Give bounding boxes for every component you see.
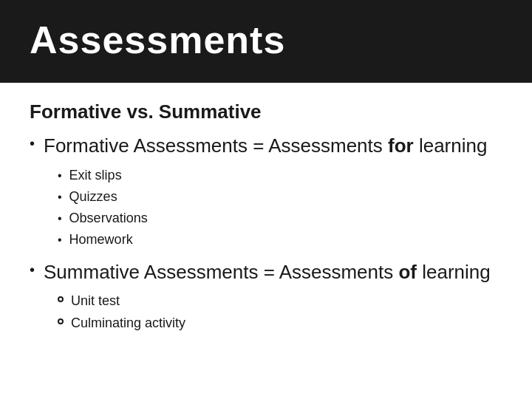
main-bullet-1: • Formative Assessments = Assessments fo… bbox=[30, 134, 502, 159]
bullet-text-2: Summative Assessments = Assessments of l… bbox=[44, 260, 491, 285]
sub-bullet-icon: • bbox=[58, 232, 62, 248]
list-item: Unit test bbox=[58, 292, 502, 310]
circle-bullet-icon bbox=[58, 318, 64, 324]
sub-list-2: Unit test Culminating activity bbox=[58, 292, 502, 332]
list-item: • Quizzes bbox=[58, 188, 502, 206]
sub-item-label: Exit slips bbox=[69, 166, 122, 185]
main-content: Formative vs. Summative • Formative Asse… bbox=[0, 83, 532, 350]
bullet1-prefix: Formative Assessments = Assessments bbox=[44, 134, 388, 157]
sub-item-label: Observations bbox=[69, 209, 148, 228]
bullet2-bold: of bbox=[398, 261, 417, 283]
sub-item-label: Culminating activity bbox=[71, 314, 185, 332]
list-item: • Observations bbox=[58, 209, 502, 228]
bullet2-suffix: learning bbox=[417, 261, 491, 283]
bullet-dot-1: • bbox=[30, 135, 35, 152]
circle-bullet-icon bbox=[58, 296, 64, 302]
sub-bullet-icon: • bbox=[58, 168, 62, 184]
list-item: Culminating activity bbox=[58, 314, 502, 332]
bullet1-suffix: learning bbox=[414, 134, 488, 157]
list-item: • Exit slips bbox=[58, 166, 502, 185]
sub-item-label: Unit test bbox=[71, 292, 120, 310]
section-title: Formative vs. Summative bbox=[30, 100, 502, 123]
list-item: • Homework bbox=[58, 231, 502, 249]
sub-list-1: • Exit slips • Quizzes • Observations • … bbox=[58, 166, 502, 250]
bullet-dot-2: • bbox=[30, 262, 35, 279]
sub-bullet-icon: • bbox=[58, 211, 62, 227]
page-title: Assessments bbox=[30, 18, 502, 62]
bullet1-bold: for bbox=[388, 134, 414, 157]
bullet-text-1: Formative Assessments = Assessments for … bbox=[44, 134, 487, 159]
bullet2-prefix: Summative Assessments = Assessments bbox=[44, 261, 398, 283]
header-section: Assessments bbox=[0, 0, 532, 83]
sub-bullet-icon: • bbox=[58, 189, 62, 205]
sub-item-label: Quizzes bbox=[69, 188, 117, 206]
sub-item-label: Homework bbox=[69, 231, 133, 249]
main-bullet-2: • Summative Assessments = Assessments of… bbox=[30, 260, 502, 285]
